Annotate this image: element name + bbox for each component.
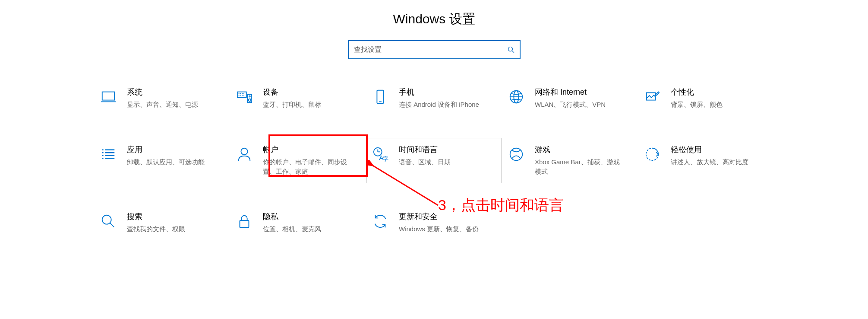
tile-desc: 卸载、默认应用、可选功能 — [127, 157, 205, 167]
tile-time-language[interactable]: A 字 时间和语言 语音、区域、日期 — [370, 142, 498, 179]
search-icon — [508, 46, 514, 53]
tile-label: 帐户 — [263, 145, 354, 155]
keyboard-speaker-icon — [236, 89, 253, 105]
globe-icon — [508, 89, 524, 105]
tile-label: 隐私 — [263, 212, 321, 222]
tile-desc: 你的帐户、电子邮件、同步设置、工作、家庭 — [263, 157, 354, 176]
svg-point-0 — [508, 47, 512, 51]
svg-point-37 — [102, 215, 111, 224]
tile-desc: 讲述人、放大镜、高对比度 — [671, 157, 748, 167]
magnifier-icon — [100, 213, 117, 230]
svg-point-30 — [241, 148, 247, 155]
tile-desc: Xbox Game Bar、捕获、游戏模式 — [535, 157, 625, 176]
accessibility-icon — [644, 146, 660, 163]
svg-line-1 — [512, 51, 514, 53]
svg-point-15 — [249, 96, 250, 97]
tile-label: 搜索 — [127, 212, 185, 222]
paint-icon — [644, 89, 660, 105]
search-box[interactable] — [348, 40, 521, 59]
search-container — [0, 40, 868, 59]
tile-system[interactable]: 系统 显示、声音、通知、电源 — [98, 84, 226, 112]
tile-label: 系统 — [127, 88, 198, 97]
tile-label: 手机 — [399, 88, 479, 97]
tile-privacy[interactable]: 隐私 位置、相机、麦克风 — [234, 209, 362, 237]
tile-label: 轻松使用 — [671, 145, 748, 155]
tile-desc: 显示、声音、通知、电源 — [127, 100, 198, 109]
settings-grid: 系统 显示、声音、通知、电源 设备 蓝牙、打印机、鼠标 — [0, 84, 868, 237]
tile-desc: 背景、锁屏、颜色 — [671, 100, 723, 109]
tile-desc: 连接 Android 设备和 iPhone — [399, 100, 479, 109]
svg-rect-2 — [102, 92, 115, 100]
page-title: Windows 设置 — [0, 0, 868, 40]
xbox-icon — [508, 146, 524, 163]
tile-desc: 位置、相机、麦克风 — [263, 224, 321, 234]
svg-point-14 — [249, 99, 251, 102]
tile-label: 应用 — [127, 145, 205, 155]
annotation-text: 3，点击时间和语言 — [438, 195, 564, 215]
search-input[interactable] — [354, 46, 508, 54]
svg-line-38 — [110, 223, 114, 227]
tile-desc: 蓝牙、打印机、鼠标 — [263, 100, 321, 109]
svg-rect-21 — [647, 93, 656, 100]
tile-label: 设备 — [263, 88, 321, 97]
tile-desc: 语音、区域、日期 — [399, 157, 451, 167]
tile-label: 游戏 — [535, 145, 625, 155]
list-icon — [100, 146, 117, 163]
tile-search[interactable]: 搜索 查找我的文件、权限 — [98, 209, 226, 237]
tile-apps[interactable]: 应用 卸载、默认应用、可选功能 — [98, 142, 226, 179]
tile-phone[interactable]: 手机 连接 Android 设备和 iPhone — [370, 84, 498, 112]
svg-text:字: 字 — [383, 156, 388, 163]
tile-devices[interactable]: 设备 蓝牙、打印机、鼠标 — [234, 84, 362, 112]
tile-label: 网络和 Internet — [535, 88, 606, 97]
phone-icon — [372, 89, 388, 105]
tile-desc: 查找我的文件、权限 — [127, 224, 185, 234]
tile-personalization[interactable]: 个性化 背景、锁屏、颜色 — [642, 84, 770, 112]
tile-label: 时间和语言 — [399, 145, 451, 155]
tile-gaming[interactable]: 游戏 Xbox Game Bar、捕获、游戏模式 — [506, 142, 634, 179]
laptop-icon — [100, 89, 117, 105]
person-icon — [236, 146, 253, 163]
tile-accounts[interactable]: 帐户 你的帐户、电子邮件、同步设置、工作、家庭 — [234, 142, 362, 179]
tile-ease-of-access[interactable]: 轻松使用 讲述人、放大镜、高对比度 — [642, 142, 770, 179]
svg-rect-39 — [240, 221, 249, 228]
tile-label: 个性化 — [671, 88, 723, 97]
refresh-icon — [372, 213, 388, 230]
clock-language-icon: A 字 — [372, 146, 388, 163]
tile-network[interactable]: 网络和 Internet WLAN、飞行模式、VPN — [506, 84, 634, 112]
tile-desc: WLAN、飞行模式、VPN — [535, 100, 606, 109]
lock-icon — [236, 213, 253, 230]
tile-desc: Windows 更新、恢复、备份 — [399, 224, 479, 234]
